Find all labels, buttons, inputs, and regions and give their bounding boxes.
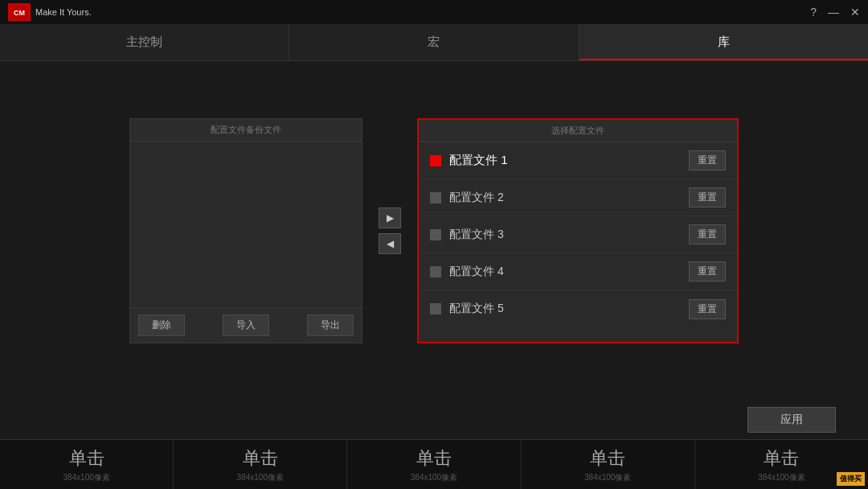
minimize-button[interactable]: — — [828, 6, 839, 18]
profile-row[interactable]: 配置文件 1重置 — [419, 142, 737, 179]
apply-area: 应用 — [0, 401, 868, 439]
tab-main-control[interactable]: 主控制 — [0, 24, 289, 60]
svg-text:CM: CM — [14, 9, 25, 17]
bottom-slot-3[interactable]: 单击384x100像素配置文件3 — [347, 440, 521, 489]
tab-library[interactable]: 库 — [579, 24, 868, 60]
arrow-right-button[interactable]: ▶ — [379, 208, 401, 228]
brand-text: Make It Yours. — [35, 7, 92, 17]
bottom-slot-size-3: 384x100像素 — [411, 472, 457, 483]
profile-name-1: 配置文件 1 — [449, 153, 689, 168]
profile-panel-header: 选择配置文件 — [419, 120, 737, 142]
bottom-slot-size-1: 384x100像素 — [63, 472, 109, 483]
reset-button-2[interactable]: 重置 — [689, 187, 726, 208]
profile-indicator-3 — [430, 229, 441, 240]
backup-panel-body — [130, 142, 362, 307]
apply-button[interactable]: 应用 — [747, 407, 836, 433]
bottom-slot-size-2: 384x100像素 — [237, 472, 284, 483]
profile-row[interactable]: 配置文件 5重置 — [419, 290, 737, 327]
bottom-slot-1[interactable]: 单击384x100像素配置文件1 — [0, 440, 174, 489]
profile-indicator-4 — [430, 266, 441, 277]
export-button[interactable]: 导出 — [307, 314, 354, 336]
bottom-slot-click-label-3: 单击 — [416, 446, 452, 471]
close-button[interactable]: ✕ — [850, 6, 860, 18]
profile-name-5: 配置文件 5 — [449, 302, 689, 316]
arrow-left-button[interactable]: ◀ — [379, 233, 401, 254]
nav-tabs: 主控制 宏 库 — [0, 24, 868, 61]
window-controls: ? — ✕ — [810, 6, 860, 18]
reset-button-4[interactable]: 重置 — [689, 261, 726, 281]
backup-panel-header: 配置文件备份文件 — [130, 119, 362, 142]
bottom-slot-click-label-5: 单击 — [764, 446, 799, 471]
reset-button-5[interactable]: 重置 — [689, 299, 726, 319]
bottom-slot-click-label-1: 单击 — [69, 446, 104, 471]
profile-list: 配置文件 1重置配置文件 2重置配置文件 3重置配置文件 4重置配置文件 5重置 — [419, 142, 737, 342]
logo-icon: CM — [8, 3, 31, 21]
bottom-slot-4[interactable]: 单击384x100像素配置文件4 — [522, 440, 695, 489]
bottom-slot-size-5: 384x100像素 — [758, 472, 805, 483]
title-bar: CM Make It Yours. ? — ✕ — [0, 0, 868, 24]
import-button[interactable]: 导入 — [223, 314, 269, 336]
profile-name-4: 配置文件 4 — [449, 265, 689, 279]
profile-row[interactable]: 配置文件 2重置 — [419, 179, 737, 216]
backup-panel: 配置文件备份文件 删除 导入 导出 — [129, 118, 362, 343]
profile-indicator-1 — [430, 155, 441, 166]
logo-area: CM Make It Yours. — [8, 3, 92, 21]
bottom-slot-click-label-2: 单击 — [243, 446, 278, 471]
profile-row[interactable]: 配置文件 4重置 — [419, 253, 737, 290]
delete-button[interactable]: 删除 — [138, 314, 185, 336]
tab-macro[interactable]: 宏 — [289, 24, 579, 60]
backup-panel-footer: 删除 导入 导出 — [130, 307, 362, 343]
bottom-slot-size-4: 384x100像素 — [584, 472, 631, 483]
profile-row[interactable]: 配置文件 3重置 — [419, 216, 737, 253]
watermark: 值得买 — [837, 472, 865, 486]
help-button[interactable]: ? — [810, 6, 817, 18]
bottom-bar: 单击384x100像素配置文件1单击384x100像素配置文件2单击384x10… — [0, 439, 868, 489]
profile-name-2: 配置文件 2 — [449, 191, 689, 205]
bottom-slot-click-label-4: 单击 — [590, 446, 625, 471]
reset-button-3[interactable]: 重置 — [689, 224, 726, 244]
profile-name-3: 配置文件 3 — [449, 228, 689, 242]
profile-indicator-2 — [430, 192, 441, 203]
arrow-controls: ▶ ◀ — [379, 208, 401, 254]
bottom-slot-2[interactable]: 单击384x100像素配置文件2 — [174, 440, 347, 489]
main-content: 配置文件备份文件 删除 导入 导出 ▶ ◀ 选择配置文件 配置文件 1重置配置文… — [0, 61, 868, 401]
profile-indicator-5 — [430, 303, 441, 314]
reset-button-1[interactable]: 重置 — [689, 150, 726, 171]
profile-select-panel: 选择配置文件 配置文件 1重置配置文件 2重置配置文件 3重置配置文件 4重置配… — [417, 118, 739, 343]
